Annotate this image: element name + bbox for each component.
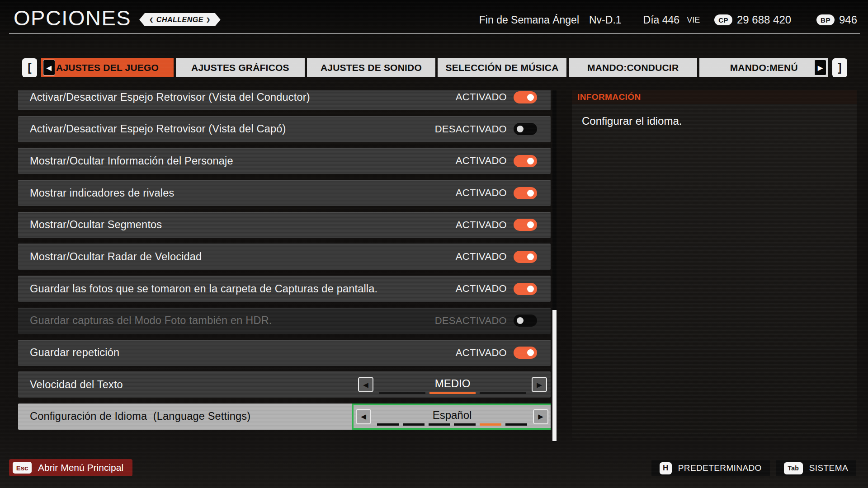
segment xyxy=(429,423,450,426)
toggle-knob xyxy=(527,253,534,260)
bracket-right-key[interactable]: ] xyxy=(832,58,847,77)
status-bar: Fin de Semana Ángel Nv-D.1 Día 446 VIE C… xyxy=(479,14,857,26)
segment xyxy=(454,423,476,426)
open-main-menu-button[interactable]: Esc Abrir Menú Principal xyxy=(9,459,132,476)
next-arrow-glyph: ▶ xyxy=(818,65,823,71)
toggle-knob xyxy=(527,286,534,292)
toggle-switch[interactable] xyxy=(514,187,537,199)
tabs-prev-arrow-icon[interactable]: ◀ xyxy=(43,60,55,75)
tab-bar: [ ◀AJUSTES DEL JUEGOAJUSTES GRÁFICOSAJUS… xyxy=(22,58,847,77)
setting-label: Mostrar/Ocultar Segmentos xyxy=(30,219,162,231)
setting-label: Activar/Desactivar Espejo Retrovisor (Vi… xyxy=(30,123,286,135)
prev-arrow-glyph: ◀ xyxy=(47,65,52,71)
settings-row[interactable]: Guardar capturas del Modo Foto también e… xyxy=(18,308,551,334)
toggle-knob xyxy=(527,190,534,197)
toggle-state-label: ACTIVADO xyxy=(456,347,507,359)
value-selector: ◀Español▶ xyxy=(352,404,551,430)
setting-label: Velocidad del Texto xyxy=(30,379,123,391)
info-panel: INFORMACIÓN Configurar el idioma. xyxy=(572,90,857,441)
value-selector: ◀MEDIO▶ xyxy=(356,371,549,398)
toggle-switch[interactable] xyxy=(514,155,537,167)
settings-row[interactable]: Velocidad del Texto◀MEDIO▶ xyxy=(18,371,551,398)
settings-row[interactable]: Mostrar/Ocultar Radar de VelocidadACTIVA… xyxy=(18,244,551,270)
setting-label: Mostrar/Ocultar Información del Personaj… xyxy=(30,155,233,167)
title-divider xyxy=(9,33,860,34)
option-segments xyxy=(379,392,526,394)
setting-label: Mostrar indicadores de rivales xyxy=(30,187,174,199)
next-value-arrow-icon[interactable]: ▶ xyxy=(532,377,547,392)
setting-label: Guardar las fotos que se tomaron en la c… xyxy=(30,283,377,295)
segment xyxy=(403,423,425,426)
settings-row[interactable]: Mostrar/Ocultar SegmentosACTIVADO xyxy=(18,212,551,238)
tab-label: MANDO:MENÚ xyxy=(730,62,798,73)
setting-label: Activar/Desactivar Espejo Retrovisor (Vi… xyxy=(30,91,310,103)
selected-value-label: MEDIO xyxy=(435,377,471,390)
scrollbar-track[interactable] xyxy=(552,90,557,442)
selected-value-label: Español xyxy=(433,409,472,422)
player-name: Fin de Semana Ángel xyxy=(479,14,579,26)
default-button[interactable]: H PREDETERMINADO xyxy=(651,460,770,476)
challenge-badge-label: CHALLENGE xyxy=(156,16,203,24)
settings-row[interactable]: Activar/Desactivar Espejo Retrovisor (Vi… xyxy=(18,116,551,142)
player-level: Nv-D.1 xyxy=(589,14,622,26)
chevron-left-icon: ❮ xyxy=(149,17,154,23)
page-title: OPCIONES xyxy=(14,5,131,30)
weekday-label: VIE xyxy=(687,15,700,25)
toggle-switch[interactable] xyxy=(514,283,537,295)
segment xyxy=(377,423,399,426)
setting-label: Guardar repetición xyxy=(30,347,119,359)
cp-icon: CP xyxy=(714,14,732,25)
toggle-state-label: DESACTIVADO xyxy=(435,315,507,327)
bp-icon: BP xyxy=(816,14,835,25)
h-key-badge: H xyxy=(660,462,672,474)
system-button[interactable]: Tab SISTEMA xyxy=(776,460,856,476)
toggle-state-label: DESACTIVADO xyxy=(435,123,507,135)
tab-mando-conducir[interactable]: MANDO:CONDUCIR xyxy=(569,58,698,77)
option-segments xyxy=(377,423,527,426)
toggle-knob xyxy=(517,317,524,324)
tab-mando-menu[interactable]: MANDO:MENÚ▶ xyxy=(699,58,828,77)
tab-label: AJUSTES DE SONIDO xyxy=(321,62,422,73)
tab-key-badge: Tab xyxy=(784,462,803,474)
prev-value-arrow-icon[interactable]: ◀ xyxy=(358,377,373,392)
tab-label: AJUSTES GRÁFICOS xyxy=(191,62,289,73)
info-description: Configurar el idioma. xyxy=(582,115,857,127)
prev-value-arrow-icon[interactable]: ◀ xyxy=(356,409,371,424)
toggle-knob xyxy=(517,126,524,132)
toggle-state-label: ACTIVADO xyxy=(456,219,507,231)
bracket-left-key[interactable]: [ xyxy=(22,58,37,77)
toggle-switch xyxy=(514,314,537,327)
tab-seleccion-de-musica[interactable]: SELECCIÓN DE MÚSICA xyxy=(438,58,566,77)
info-panel-header: INFORMACIÓN xyxy=(572,90,857,104)
toggle-switch[interactable] xyxy=(514,251,537,263)
settings-row[interactable]: Mostrar/Ocultar Información del Personaj… xyxy=(18,148,551,174)
tab-ajustes-del-juego[interactable]: ◀AJUSTES DEL JUEGO xyxy=(41,58,174,77)
toggle-switch[interactable] xyxy=(514,91,537,103)
tab-ajustes-graficos[interactable]: AJUSTES GRÁFICOS xyxy=(176,58,305,77)
settings-row[interactable]: Guardar repeticiónACTIVADO xyxy=(18,340,551,366)
tab-label: SELECCIÓN DE MÚSICA xyxy=(446,62,559,73)
settings-row[interactable]: Guardar las fotos que se tomaron en la c… xyxy=(18,276,551,302)
tabs-next-arrow-icon[interactable]: ▶ xyxy=(814,60,826,75)
settings-row[interactable]: Mostrar indicadores de rivalesACTIVADO xyxy=(18,180,551,206)
segment xyxy=(480,392,526,394)
tab-ajustes-de-sonido[interactable]: AJUSTES DE SONIDO xyxy=(307,58,436,77)
settings-row[interactable]: Configuración de Idioma (Language Settin… xyxy=(18,404,551,430)
next-value-arrow-icon[interactable]: ▶ xyxy=(533,409,548,424)
settings-row[interactable]: Activar/Desactivar Espejo Retrovisor (Vi… xyxy=(18,90,551,110)
toggle-switch[interactable] xyxy=(514,219,537,231)
segment xyxy=(379,392,425,394)
toggle-knob xyxy=(527,94,534,101)
toggle-state-label: ACTIVADO xyxy=(456,91,507,103)
setting-label: Mostrar/Ocultar Radar de Velocidad xyxy=(30,251,202,263)
esc-key-badge: Esc xyxy=(13,462,32,474)
toggle-knob xyxy=(527,221,534,228)
toggle-switch[interactable] xyxy=(514,347,537,359)
bp-value: 946 xyxy=(839,14,857,26)
chevron-right-icon: ❯ xyxy=(206,17,211,23)
toggle-switch[interactable] xyxy=(514,123,537,135)
tab-label: AJUSTES DEL JUEGO xyxy=(56,62,159,73)
toggle-knob xyxy=(527,349,534,356)
segment-active xyxy=(429,392,476,394)
scrollbar-thumb[interactable] xyxy=(552,310,557,441)
